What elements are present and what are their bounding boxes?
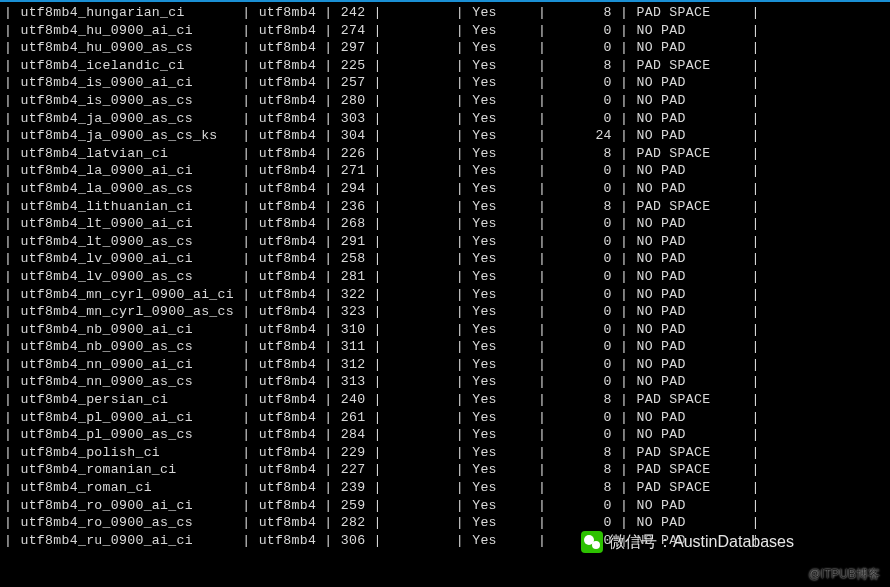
terminal-output: | utf8mb4_hungarian_ci | utf8mb4 | 242 |… (0, 0, 890, 549)
window-active-border (0, 0, 890, 2)
footer-attribution: @ITPUB博客 (808, 566, 880, 583)
